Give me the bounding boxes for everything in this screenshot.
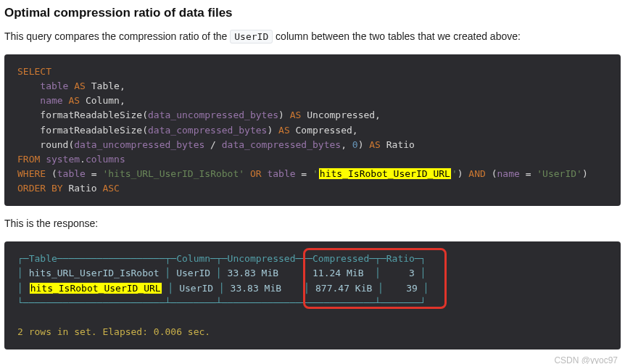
id-table3: table xyxy=(267,168,295,179)
out-border-top: ┌─Table───────────────────┬─Column─┬─Unc… xyxy=(17,253,426,264)
response-label: This is the response: xyxy=(4,216,621,231)
kw-asc: ASC xyxy=(102,183,119,194)
highlighted-tablename: hits_IsRobot_UserID_URL xyxy=(318,167,452,180)
inline-code-userid: UserID xyxy=(230,30,273,44)
out-r1c5: 3 xyxy=(409,268,415,278)
id-ratio: Ratio xyxy=(68,183,96,194)
out-r1c2: UserID xyxy=(176,268,210,278)
out-summary: 2 rows in set. Elapsed: 0.006 sec. xyxy=(17,326,210,337)
out-r1c1: hits_URL_UserID_IsRobot xyxy=(29,268,160,278)
arg-cmp2: data_compressed_bytes xyxy=(222,139,341,150)
sql-code-block: SELECT table AS Table, name AS Column, f… xyxy=(4,54,621,206)
str-t2-close: ' xyxy=(452,168,458,179)
arg-unc: data_uncompressed_bytes xyxy=(148,109,278,120)
out-r2c1-hl: hits_IsRobot_UserID_URL xyxy=(29,282,162,294)
kw-as2: AS xyxy=(68,95,80,106)
id-system: system xyxy=(46,154,80,165)
intro-text-b: column between the two tables that we cr… xyxy=(273,30,521,42)
out-r1c3: 33.83 MiB xyxy=(228,268,278,278)
out-r1c4: 11.24 MiB xyxy=(312,268,363,278)
id-name: name xyxy=(40,95,62,106)
out-r2c2: UserID xyxy=(179,283,213,294)
intro-paragraph: This query compares the compression rati… xyxy=(4,29,621,44)
kw-or: OR xyxy=(250,168,262,179)
kw-as3: AS xyxy=(290,109,302,120)
alias-ratio: Ratio xyxy=(386,139,415,150)
kw-where: WHERE xyxy=(17,168,46,179)
fn-frs2: formatReadableSize xyxy=(40,125,142,136)
out-r2c4: 877.47 KiB xyxy=(315,283,372,294)
alias-column: Column xyxy=(86,95,120,106)
kw-orderby: ORDER BY xyxy=(17,183,63,194)
kw-as5: AS xyxy=(369,139,381,150)
intro-text-a: This query compares the compression rati… xyxy=(4,30,230,42)
str-userid: 'UserID' xyxy=(537,168,582,179)
arg-cmp: data_compressed_bytes xyxy=(148,125,267,136)
str-t1: 'hits_URL_UserID_IsRobot' xyxy=(102,168,244,179)
fn-round: round xyxy=(40,139,68,150)
arg-unc2: data_uncompressed_bytes xyxy=(74,139,204,150)
lit-zero: 0 xyxy=(352,139,358,150)
alias-cmp: Compressed xyxy=(296,125,352,136)
output-block: ┌─Table───────────────────┬─Column─┬─Unc… xyxy=(4,241,621,349)
alias-unc: Uncompressed xyxy=(307,109,375,120)
out-r2c3: 33.83 MiB xyxy=(231,283,281,294)
out-border-bot: └─────────────────────────┴────────┴────… xyxy=(17,297,426,308)
alias-table: Table xyxy=(91,80,120,91)
id-table2: table xyxy=(57,168,86,179)
kw-from: FROM xyxy=(17,154,40,165)
op-div: / xyxy=(204,139,221,150)
kw-select: SELECT xyxy=(17,66,51,77)
kw-as1: AS xyxy=(74,80,86,91)
out-r2c5: 39 xyxy=(406,283,418,294)
kw-as4: AS xyxy=(278,125,290,136)
kw-and: AND xyxy=(468,168,485,179)
fn-frs1: formatReadableSize xyxy=(40,109,142,120)
id-name2: name xyxy=(497,168,520,179)
watermark: CSDN @yyoc97 xyxy=(4,355,621,364)
id-columns: columns xyxy=(86,154,125,165)
section-heading: Optimal compression ratio of data files xyxy=(4,6,621,20)
str-t2-open: ' xyxy=(312,168,318,179)
output-wrapper: ┌─Table───────────────────┬─Column─┬─Unc… xyxy=(4,241,621,349)
id-table: table xyxy=(40,80,68,91)
